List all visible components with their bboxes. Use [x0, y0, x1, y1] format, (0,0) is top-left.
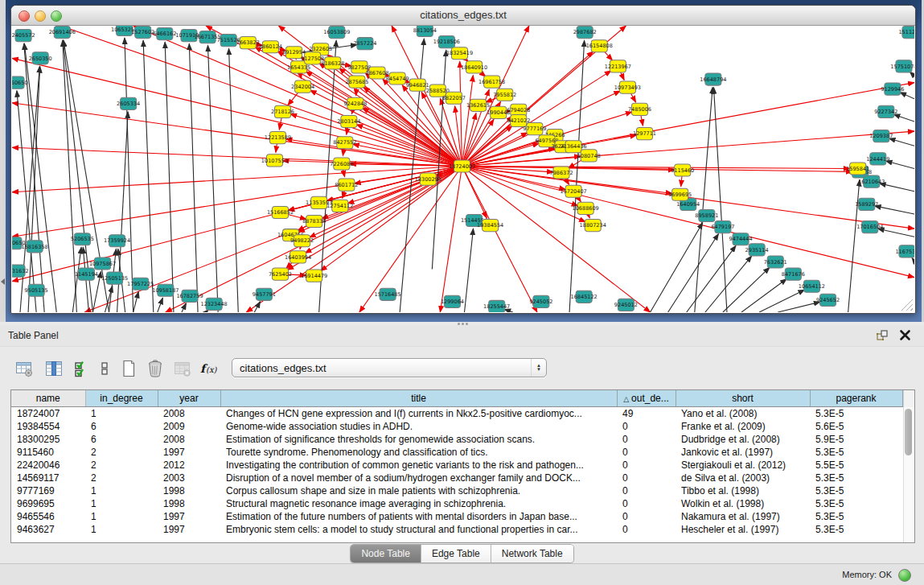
- table-cell[interactable]: 0: [617, 472, 676, 484]
- graph-edge[interactable]: [290, 114, 462, 167]
- graph-edge[interactable]: [875, 206, 914, 214]
- graph-node[interactable]: 2605334: [117, 97, 140, 109]
- graph-node[interactable]: 8186328: [321, 57, 344, 69]
- table-cell[interactable]: Yano et al. (2008): [676, 407, 810, 421]
- table-cell[interactable]: 1: [85, 510, 158, 523]
- table-row[interactable]: 946554611997Estimation of the future num…: [11, 510, 902, 523]
- table-row[interactable]: 1872400712008Changes of HCN gene express…: [11, 407, 902, 421]
- graph-node[interactable]: 1145194: [75, 268, 98, 280]
- graph-node[interactable]: 15716485: [374, 288, 400, 300]
- table-cell[interactable]: 9463627: [11, 523, 85, 536]
- table-cell[interactable]: 1: [85, 523, 158, 536]
- table-cell[interactable]: 2008: [158, 433, 220, 446]
- graph-node[interactable]: 7857224: [353, 38, 376, 50]
- graph-node[interactable]: 9245052: [529, 295, 552, 307]
- graph-node[interactable]: 1631632: [12, 265, 29, 277]
- graph-node[interactable]: 9474444: [729, 233, 753, 245]
- column-header-in_degree[interactable]: in_degree: [85, 390, 158, 407]
- table-cell[interactable]: 1997: [158, 523, 220, 536]
- graph-node[interactable]: 8427552: [333, 137, 356, 149]
- table-cell[interactable]: 1: [85, 484, 158, 497]
- table-settings-button[interactable]: [13, 356, 35, 381]
- graph-node[interactable]: 6479197: [711, 221, 734, 233]
- table-cell[interactable]: 5.3E-5: [810, 446, 902, 459]
- graph-node[interactable]: 8813054: [413, 26, 437, 37]
- column-header-name[interactable]: name: [11, 390, 85, 407]
- table-cell[interactable]: Wolkin et al. (1998): [676, 497, 810, 510]
- graph-node[interactable]: 16961758: [478, 76, 505, 88]
- table-row[interactable]: 911546021997Tourette syndrome. Phenomeno…: [11, 446, 902, 459]
- graph-node[interactable]: 16154808: [586, 40, 613, 52]
- graph-node[interactable]: 8860124: [259, 41, 282, 53]
- graph-edge[interactable]: [741, 279, 786, 312]
- graph-edge[interactable]: [569, 40, 585, 312]
- table-cell[interactable]: 5.5E-5: [810, 459, 902, 472]
- graph-node[interactable]: 12505135: [101, 272, 128, 284]
- table-cell[interactable]: 18300295: [11, 433, 85, 446]
- graph-node[interactable]: 2718126: [271, 105, 294, 117]
- graph-edge[interactable]: [759, 290, 804, 312]
- graph-node[interactable]: 20691406: [49, 27, 76, 39]
- graph-node[interactable]: 16648794: [700, 73, 726, 85]
- graph-node[interactable]: 2342004: [291, 80, 314, 93]
- tab-edge-table[interactable]: Edge Table: [421, 545, 491, 562]
- graph-node[interactable]: 16845122: [571, 290, 598, 303]
- table-cell[interactable]: 22420046: [11, 459, 85, 472]
- graph-node[interactable]: 15166852: [267, 206, 294, 218]
- graph-node[interactable]: 7632621: [764, 256, 787, 268]
- graph-node[interactable]: 1297711: [633, 128, 656, 140]
- graph-node[interactable]: 17359924: [104, 235, 130, 247]
- table-cell[interactable]: 9699695: [11, 497, 85, 510]
- table-cell[interactable]: 1: [85, 407, 158, 421]
- graph-node[interactable]: 9245652: [816, 294, 840, 306]
- network-view-window[interactable]: citations_edges.txt 18724007240557220691…: [10, 5, 916, 314]
- table-cell[interactable]: de Silva et al. (2003): [676, 472, 810, 484]
- graph-edge[interactable]: [878, 229, 914, 237]
- table-cell[interactable]: 6: [85, 420, 158, 433]
- table-cell[interactable]: 2008: [158, 407, 220, 421]
- table-cell[interactable]: 2012: [158, 459, 220, 472]
- table-cell[interactable]: 9115460: [11, 446, 85, 459]
- table-cell[interactable]: 1998: [158, 484, 220, 497]
- table-cell[interactable]: Genome-wide association studies in ADHD.: [220, 420, 617, 433]
- table-cell[interactable]: 1: [85, 497, 158, 510]
- graph-edge[interactable]: [158, 298, 163, 312]
- graph-node[interactable]: 9777169: [523, 123, 546, 135]
- graph-node[interactable]: 10958187: [152, 284, 179, 296]
- table-scrollbar[interactable]: [903, 407, 914, 542]
- graph-edge[interactable]: [713, 88, 726, 312]
- table-cell[interactable]: 0: [617, 510, 676, 523]
- column-header-year[interactable]: year: [158, 390, 220, 407]
- graph-edge[interactable]: [182, 303, 187, 312]
- table-cell[interactable]: 0: [617, 433, 676, 446]
- table-cell[interactable]: Estimation of the future numbers of pati…: [220, 510, 617, 523]
- network-canvas[interactable]: 1872400724055722069140610653257152760264…: [12, 26, 914, 312]
- graph-node[interactable]: 1589297: [855, 198, 878, 210]
- graph-node[interactable]: 1080748: [577, 150, 601, 162]
- graph-node[interactable]: 19218506: [433, 36, 460, 48]
- table-cell[interactable]: Dudbridge et al. (2008): [676, 433, 810, 446]
- insert-column-button[interactable]: [43, 356, 65, 381]
- table-cell[interactable]: 0: [617, 446, 676, 459]
- graph-node[interactable]: 12323448: [201, 298, 228, 310]
- graph-node[interactable]: 15751074: [890, 60, 914, 72]
- graph-node[interactable]: 2875685: [345, 76, 368, 88]
- table-cell[interactable]: 9777169: [11, 484, 85, 497]
- graph-edge[interactable]: [166, 166, 462, 312]
- table-cell[interactable]: 2: [85, 446, 158, 459]
- graph-node[interactable]: 7955812: [493, 89, 516, 101]
- table-cell[interactable]: 2009: [158, 420, 220, 433]
- table-cell[interactable]: Franke et al. (2009): [676, 420, 810, 433]
- graph-node[interactable]: 10107553: [261, 154, 288, 167]
- graph-node[interactable]: 7226088: [330, 158, 353, 170]
- graph-node[interactable]: 2160650: [12, 76, 28, 89]
- graph-edge[interactable]: [668, 234, 719, 312]
- table-cell[interactable]: 0: [617, 497, 676, 510]
- table-row[interactable]: 1456911722003Disruption of a novel membe…: [11, 472, 902, 484]
- graph-node[interactable]: 7485006: [628, 103, 651, 115]
- graph-edge[interactable]: [705, 256, 752, 312]
- table-cell[interactable]: 1998: [158, 497, 220, 510]
- scrollbar-thumb[interactable]: [905, 409, 912, 455]
- graph-edge[interactable]: [440, 166, 462, 312]
- graph-node[interactable]: 1595841: [846, 163, 869, 175]
